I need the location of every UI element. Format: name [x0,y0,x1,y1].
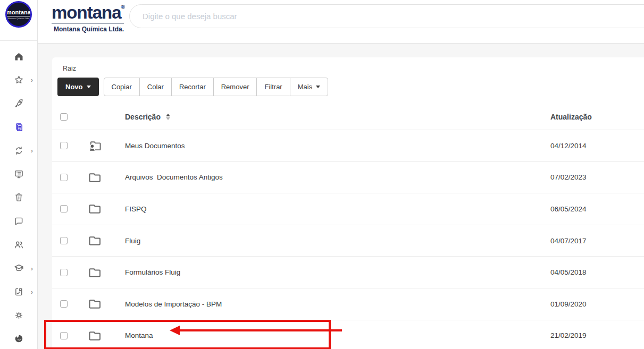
row-name[interactable]: Modelos de Importação - BPM [117,300,550,308]
table-row[interactable]: Fluig 04/07/2017 [52,225,644,257]
sidebar-item-documents[interactable] [0,115,37,139]
sidebar-menu: › › › › [0,45,37,349]
registered-mark: ® [121,4,125,10]
row-name[interactable]: Montana [117,331,550,339]
chevron-right-icon: › [31,76,33,83]
sidebar-logo-area[interactable]: montana Montana Química Ltda. [0,0,37,41]
sidebar-item-academy[interactable]: › [0,257,37,280]
row-checkbox[interactable] [60,142,68,149]
select-all-checkbox[interactable] [60,113,68,121]
logo-word: montana [6,10,31,16]
caret-down-icon [316,86,320,88]
row-name[interactable]: Fluig [117,237,550,245]
logo-divider [52,23,124,24]
folder-icon [88,266,102,279]
user-folder-icon [88,139,102,152]
company-logo: montana® Montana Química Ltda. [52,4,126,33]
flame-icon [13,333,24,344]
sidebar-item-favorites[interactable]: › [0,68,37,91]
chevron-right-icon: › [31,288,33,295]
new-button[interactable]: Novo [57,78,99,96]
sidebar: montana Montana Química Ltda. › › [0,0,38,349]
documents-table: Descrição Atualização Meus Documentos 04… [52,104,644,349]
documents-icon [13,122,24,133]
row-date: 04/07/2017 [550,237,644,245]
table-body: Meus Documentos 04/12/2014 Arquivos Docu… [52,130,644,349]
row-date: 04/05/2018 [550,268,644,276]
rocket-icon [13,98,24,109]
row-name[interactable]: Formulários Fluig [117,268,550,276]
copy-button[interactable]: Copiar [104,78,140,96]
sidebar-item-announcements[interactable] [0,92,37,115]
logo-title: montana® [52,4,126,21]
trash-icon [13,192,24,203]
table-row[interactable]: Modelos de Importação - BPM 01/09/2020 [52,288,644,320]
home-icon [13,51,24,62]
search-input[interactable] [130,5,644,28]
table-header-row: Descrição Atualização [52,104,644,130]
documents-panel: Raiz Novo Copiar Colar Recortar Remover … [52,57,644,349]
folder-icon [88,297,102,310]
global-search [129,4,644,28]
more-button[interactable]: Mais [290,78,328,96]
table-row[interactable]: FISPQ 06/05/2024 [52,193,644,225]
toolbar: Novo Copiar Colar Recortar Remover Filtr… [57,78,644,96]
sidebar-item-processes[interactable]: › [0,139,37,162]
row-checkbox[interactable] [60,174,68,181]
row-checkbox[interactable] [60,237,68,244]
caret-down-icon [87,86,91,88]
row-checkbox[interactable] [60,300,68,308]
remove-button[interactable]: Remover [213,78,257,96]
sidebar-item-people[interactable] [0,233,37,256]
sidebar-item-settings[interactable] [0,303,37,327]
sync-arrows-icon [13,145,24,156]
row-date: 04/12/2014 [550,142,644,150]
sort-arrows-icon[interactable] [166,114,170,120]
row-name[interactable]: FISPQ [117,205,550,213]
row-checkbox[interactable] [60,205,68,212]
folder-icon [88,234,102,247]
toolbar-button-group: Copiar Colar Recortar Remover Filtrar Ma… [104,78,329,96]
sidebar-item-messages[interactable] [0,209,37,233]
chevron-right-icon: › [31,147,33,154]
row-checkbox[interactable] [60,269,68,276]
table-row[interactable]: Formulários Fluig 04/05/2018 [52,257,644,288]
folder-icon [88,329,102,342]
top-header: montana® Montana Química Ltda. [37,0,644,44]
graduation-cap-icon [13,262,24,274]
chat-bubble-icon [13,216,24,227]
row-date: 01/09/2020 [550,300,644,308]
row-name[interactable]: Arquivos Documentos Antigos [117,173,550,181]
package-check-icon [13,286,24,297]
paste-button[interactable]: Colar [139,78,172,96]
row-date: 21/02/2019 [550,331,644,339]
sidebar-item-trash[interactable] [0,186,37,209]
table-row[interactable]: Montana 21/02/2019 [52,320,644,349]
table-row[interactable]: Meus Documentos 04/12/2014 [52,130,644,162]
folder-icon [88,202,102,215]
row-date: 06/05/2024 [550,205,644,213]
row-date: 07/02/2023 [550,173,644,181]
table-row[interactable]: Arquivos Documentos Antigos 07/02/2023 [52,162,644,194]
row-checkbox[interactable] [60,332,68,339]
sidebar-item-panels[interactable] [0,162,37,185]
cut-button[interactable]: Recortar [171,78,214,96]
column-header-updated[interactable]: Atualização [550,113,644,121]
sidebar-item-fluig[interactable] [0,327,37,349]
row-name[interactable]: Meus Documentos [117,142,550,150]
people-icon [13,239,24,250]
folder-icon [88,171,102,184]
filter-button[interactable]: Filtrar [256,78,290,96]
star-icon [13,74,24,86]
logo-subtitle: Montana Química Ltda. [52,25,124,33]
breadcrumb[interactable]: Raiz [63,65,76,72]
montana-round-logo: montana Montana Química Ltda. [5,1,32,28]
monitor-list-icon [13,168,24,180]
sidebar-item-products[interactable]: › [0,280,37,303]
column-header-description[interactable]: Descrição [117,113,550,121]
gear-icon [13,310,24,321]
chevron-right-icon: › [31,265,33,271]
logo-mini-sub: Montana Química Ltda. [7,17,30,20]
sidebar-item-home[interactable] [0,45,37,68]
